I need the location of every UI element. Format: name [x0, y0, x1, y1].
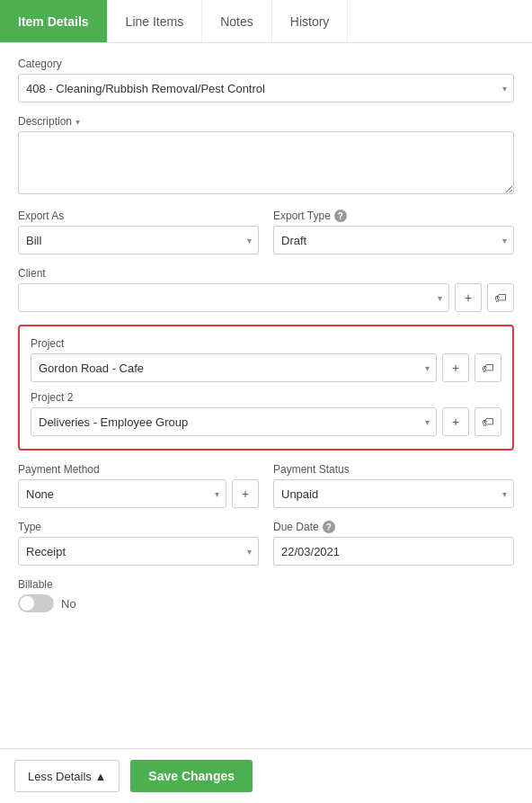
plus-icon: + — [465, 290, 472, 305]
tab-line-items-label: Line Items — [126, 14, 184, 29]
billable-toggle[interactable] — [18, 594, 54, 612]
project-section: Project Gordon Road - Cafe ▾ + 🏷 — [18, 325, 514, 451]
tab-item-details-label: Item Details — [18, 14, 89, 29]
project-plus-icon: + — [452, 361, 459, 375]
project2-group: Project 2 Deliveries - Employee Group ▾ … — [31, 391, 501, 436]
footer: Less Details ▲ Save Changes — [0, 748, 532, 803]
due-date-input[interactable] — [273, 537, 514, 566]
category-select-wrapper: 408 - Cleaning/Rubbish Removal/Pest Cont… — [18, 74, 514, 103]
client-label: Client — [18, 267, 514, 280]
tab-history-label: History — [290, 14, 330, 29]
payment-method-select[interactable]: None — [18, 479, 226, 508]
export-as-label: Export As — [18, 210, 259, 222]
type-date-row: Type Receipt ▾ Due Date ? — [18, 521, 514, 578]
payment-status-select[interactable]: Unpaid — [273, 479, 514, 508]
payment-row: Payment Method None ▾ + Payment — [18, 463, 514, 521]
save-changes-label: Save Changes — [148, 769, 235, 783]
due-date-group: Due Date ? — [273, 521, 514, 566]
billable-label: Billable — [18, 578, 514, 591]
description-label: Description ▾ — [18, 115, 514, 128]
due-date-help-icon: ? — [323, 521, 335, 533]
type-label: Type — [18, 521, 259, 533]
description-arrow-icon: ▾ — [75, 117, 80, 127]
tag-icon: 🏷 — [494, 290, 507, 305]
billable-toggle-label: No — [61, 597, 76, 611]
project2-label: Project 2 — [31, 391, 501, 404]
client-add-button[interactable]: + — [455, 283, 482, 312]
tab-line-items[interactable]: Line Items — [108, 0, 203, 42]
tab-item-details[interactable]: Item Details — [0, 0, 108, 42]
payment-status-group: Payment Status Unpaid ▾ — [273, 463, 514, 508]
export-type-select-wrapper: Draft ▾ — [273, 226, 514, 254]
type-group: Type Receipt ▾ — [18, 521, 259, 566]
export-as-select[interactable]: Bill — [18, 226, 259, 254]
payment-method-label: Payment Method — [18, 463, 259, 476]
payment-method-add-button[interactable]: + — [232, 479, 259, 508]
description-textarea[interactable] — [18, 131, 514, 194]
due-date-label: Due Date ? — [273, 521, 514, 533]
type-select[interactable]: Receipt — [18, 537, 259, 566]
billable-toggle-wrapper: No — [18, 594, 514, 612]
category-select[interactable]: 408 - Cleaning/Rubbish Removal/Pest Cont… — [18, 74, 514, 103]
less-details-button[interactable]: Less Details ▲ — [14, 760, 120, 792]
payment-method-row-inner: None ▾ + — [18, 479, 259, 508]
project-label: Project — [31, 337, 501, 350]
client-tag-button[interactable]: 🏷 — [487, 283, 514, 312]
project2-select[interactable]: Deliveries - Employee Group — [31, 407, 437, 436]
client-select-wrapper: ▾ — [18, 283, 449, 312]
tab-history[interactable]: History — [272, 0, 349, 42]
project-tag-icon: 🏷 — [482, 361, 494, 375]
project2-select-wrapper: Deliveries - Employee Group ▾ — [31, 407, 437, 436]
category-group: Category 408 - Cleaning/Rubbish Removal/… — [18, 58, 514, 103]
project2-tag-icon: 🏷 — [482, 415, 494, 429]
project-row: Gordon Road - Cafe ▾ + 🏷 — [31, 353, 501, 382]
project-add-button[interactable]: + — [442, 353, 469, 382]
export-row: Export As Bill ▾ Export Type ? Draft — [18, 210, 514, 267]
export-as-group: Export As Bill ▾ — [18, 210, 259, 254]
less-details-label: Less Details ▲ — [28, 770, 106, 783]
project-group: Project Gordon Road - Cafe ▾ + 🏷 — [31, 337, 501, 382]
client-select[interactable] — [18, 283, 449, 312]
export-type-help-icon: ? — [334, 210, 347, 222]
project2-plus-icon: + — [452, 415, 459, 429]
payment-status-label: Payment Status — [273, 463, 514, 476]
project2-tag-button[interactable]: 🏷 — [474, 407, 501, 436]
description-group: Description ▾ — [18, 115, 514, 197]
type-select-wrapper: Receipt ▾ — [18, 537, 259, 566]
payment-method-plus-icon: + — [242, 486, 249, 501]
tab-notes[interactable]: Notes — [202, 0, 272, 42]
page-wrapper: Item Details Line Items Notes History Ca… — [0, 0, 532, 803]
export-type-select[interactable]: Draft — [273, 226, 514, 254]
project-select-wrapper: Gordon Road - Cafe ▾ — [31, 353, 437, 382]
payment-method-select-wrapper: None ▾ — [18, 479, 226, 508]
client-row: ▾ + 🏷 — [18, 283, 514, 312]
tab-notes-label: Notes — [220, 14, 253, 29]
project2-row: Deliveries - Employee Group ▾ + 🏷 — [31, 407, 501, 436]
export-type-label: Export Type ? — [273, 210, 514, 222]
project-tag-button[interactable]: 🏷 — [474, 353, 501, 382]
client-group: Client ▾ + 🏷 — [18, 267, 514, 312]
export-as-select-wrapper: Bill ▾ — [18, 226, 259, 254]
payment-status-select-wrapper: Unpaid ▾ — [273, 479, 514, 508]
payment-method-group: Payment Method None ▾ + — [18, 463, 259, 508]
category-label: Category — [18, 58, 514, 70]
billable-group: Billable No — [18, 578, 514, 612]
project2-add-button[interactable]: + — [442, 407, 469, 436]
project-select[interactable]: Gordon Road - Cafe — [31, 353, 437, 382]
content-area: Category 408 - Cleaning/Rubbish Removal/… — [0, 43, 532, 748]
export-type-group: Export Type ? Draft ▾ — [273, 210, 514, 254]
tabs-bar: Item Details Line Items Notes History — [0, 0, 532, 43]
save-changes-button[interactable]: Save Changes — [130, 760, 253, 792]
